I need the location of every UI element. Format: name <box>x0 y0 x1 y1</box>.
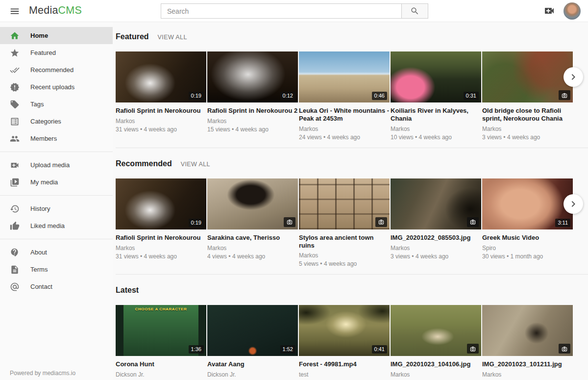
media-card[interactable]: 0:46 Leuka Ori - White mountains - Peak … <box>299 51 390 145</box>
media-title[interactable]: Avatar Aang <box>207 360 298 368</box>
media-author[interactable]: Markos <box>116 118 206 125</box>
media-title[interactable]: IMG_20201022_085503.jpg <box>391 234 481 242</box>
sidebar-item-label: Members <box>30 135 57 142</box>
upload-video-icon[interactable] <box>542 4 557 17</box>
media-thumbnail[interactable] <box>299 178 390 229</box>
carousel-next-button[interactable] <box>564 194 583 214</box>
media-title[interactable]: IMG_20201023_101211.jpg <box>482 360 573 368</box>
camera-icon <box>467 344 479 354</box>
carousel-next-button[interactable] <box>564 67 583 87</box>
media-title[interactable]: Sarakina cave, Therisso <box>207 234 298 242</box>
media-card[interactable]: 0:12 Rafioli Sprint in Nerokourou 2 Mark… <box>207 51 298 145</box>
media-title[interactable]: Rafioli Sprint in Nerokourou <box>116 107 206 115</box>
media-thumbnail[interactable]: 3:11 <box>482 178 573 229</box>
media-author[interactable]: Markos <box>207 245 298 252</box>
media-thumbnail[interactable] <box>391 305 481 356</box>
video-library-icon <box>10 177 20 187</box>
media-card[interactable]: IMG_20201023_101211.jpg Markos 4 views •… <box>482 305 573 380</box>
media-title[interactable]: Rafioli Sprint in Nerokourou <box>116 234 206 242</box>
media-author[interactable]: Markos <box>482 371 573 378</box>
sidebar-item-recommended[interactable]: Recommended <box>0 61 113 78</box>
media-author[interactable]: Markos <box>391 126 481 132</box>
media-author[interactable]: Markos <box>116 245 206 252</box>
user-avatar[interactable] <box>564 2 581 20</box>
media-thumbnail[interactable]: 0:41 <box>299 305 390 356</box>
sidebar-item-label: History <box>30 205 50 212</box>
media-card[interactable]: IMG_20201023_104106.jpg Markos 4 views •… <box>391 305 481 380</box>
media-thumbnail[interactable] <box>207 178 298 229</box>
media-card[interactable]: Stylos area ancient town ruins Markos 5 … <box>299 178 390 272</box>
logo-text-accent: CMS <box>58 4 82 16</box>
media-thumbnail[interactable]: 0:19 <box>116 51 206 102</box>
duration-badge: 3:11 <box>555 219 570 227</box>
menu-icon[interactable] <box>8 5 22 18</box>
view-all-link[interactable]: VIEW ALL <box>181 161 210 168</box>
media-meta: 31 views • 4 weeks ago <box>116 126 206 137</box>
search-button[interactable] <box>401 3 428 19</box>
media-card[interactable]: Old bridge close to Rafioli sprint, Nero… <box>482 51 573 145</box>
media-author[interactable]: Dickson Jr. <box>116 371 206 378</box>
media-title[interactable]: IMG_20201023_104106.jpg <box>391 360 481 368</box>
media-thumbnail[interactable] <box>482 51 573 102</box>
media-thumbnail[interactable]: CHOOSE A CHARACTER 1:36 <box>116 305 206 356</box>
media-thumbnail[interactable] <box>391 178 481 229</box>
media-author[interactable]: Dickson Jr. <box>207 371 298 378</box>
media-title[interactable]: Stylos area ancient town ruins <box>299 234 390 250</box>
media-author[interactable]: Markos <box>207 118 298 125</box>
duration-badge: 0:19 <box>189 92 204 100</box>
sidebar-item-contact[interactable]: Contact <box>0 278 113 295</box>
media-thumbnail[interactable]: 0:31 <box>391 51 481 102</box>
media-thumbnail[interactable]: 0:46 <box>299 51 390 102</box>
media-title[interactable]: Leuka Ori - White mountains - Peak at 24… <box>299 107 390 123</box>
sidebar-item-members[interactable]: Members <box>0 130 113 147</box>
media-card[interactable]: 0:19 Rafioli Sprint in Nerokourou Markos… <box>116 178 206 272</box>
sidebar-item-label: Terms <box>30 266 48 273</box>
media-card[interactable]: 0:41 Forest - 49981.mp4 test 17 views • … <box>299 305 390 380</box>
media-thumbnail[interactable]: 0:19 <box>116 178 206 229</box>
sidebar-item-about[interactable]: About <box>0 244 113 261</box>
media-title[interactable]: Corona Hunt <box>116 360 206 368</box>
media-title[interactable]: Forest - 49981.mp4 <box>299 360 390 368</box>
search-input[interactable] <box>161 3 402 19</box>
media-author[interactable]: Spiro <box>482 245 573 252</box>
media-thumbnail[interactable]: 1:52 <box>207 305 298 356</box>
media-author[interactable]: Markos <box>299 252 390 259</box>
sidebar-item-featured[interactable]: Featured <box>0 44 113 61</box>
tag-icon <box>10 100 20 109</box>
media-author[interactable]: Markos <box>391 245 481 252</box>
media-title[interactable]: Greek Music Video <box>482 234 573 242</box>
sidebar-item-upload-media[interactable]: Upload media <box>0 156 113 174</box>
media-card[interactable]: 0:31 Koiliaris River in Kalyves, Chania … <box>391 51 481 145</box>
app-logo[interactable]: MediaCMS <box>29 4 82 17</box>
media-card[interactable]: IMG_20201022_085503.jpg Markos 3 views •… <box>391 178 481 272</box>
thumb-up-icon <box>10 221 20 231</box>
sidebar-divider <box>0 195 113 196</box>
sidebar-item-terms[interactable]: Terms <box>0 261 113 278</box>
sidebar-item-my-media[interactable]: My media <box>0 174 113 191</box>
sidebar-item-liked-media[interactable]: Liked media <box>0 217 113 234</box>
media-author[interactable]: Markos <box>299 126 390 132</box>
sidebar-item-home[interactable]: Home <box>0 27 113 44</box>
media-card[interactable]: 0:19 Rafioli Sprint in Nerokourou Markos… <box>116 51 206 145</box>
media-card[interactable]: 3:11 Greek Music Video Spiro 30 views • … <box>482 178 573 272</box>
sidebar-divider <box>0 239 113 239</box>
media-meta: 30 views • 1 month ago <box>482 253 573 264</box>
sidebar-item-categories[interactable]: Categories <box>0 113 113 130</box>
media-author[interactable]: Markos <box>391 371 481 378</box>
media-title[interactable]: Old bridge close to Rafioli sprint, Nero… <box>482 107 573 123</box>
media-title[interactable]: Rafioli Sprint in Nerokourou 2 <box>207 107 298 115</box>
media-author[interactable]: test <box>299 371 390 378</box>
media-meta: 4 views • 4 weeks ago <box>207 253 298 264</box>
media-card[interactable]: CHOOSE A CHARACTER 1:36 Corona Hunt Dick… <box>116 305 206 380</box>
sidebar-item-tags[interactable]: Tags <box>0 96 113 113</box>
media-author[interactable]: Markos <box>482 126 573 132</box>
media-thumbnail[interactable]: 0:12 <box>207 51 298 102</box>
sidebar-group: AboutTermsContact <box>0 244 113 295</box>
view-all-link[interactable]: VIEW ALL <box>158 34 187 41</box>
media-thumbnail[interactable] <box>482 305 573 356</box>
sidebar-item-history[interactable]: History <box>0 200 113 217</box>
media-card[interactable]: Sarakina cave, Therisso Markos 4 views •… <box>207 178 298 272</box>
sidebar-item-recent-uploads[interactable]: Recent uploads <box>0 78 113 96</box>
media-card[interactable]: 1:52 Avatar Aang Dickson Jr. 12 views • … <box>207 305 298 380</box>
media-title[interactable]: Koiliaris River in Kalyves, Chania <box>391 107 481 123</box>
